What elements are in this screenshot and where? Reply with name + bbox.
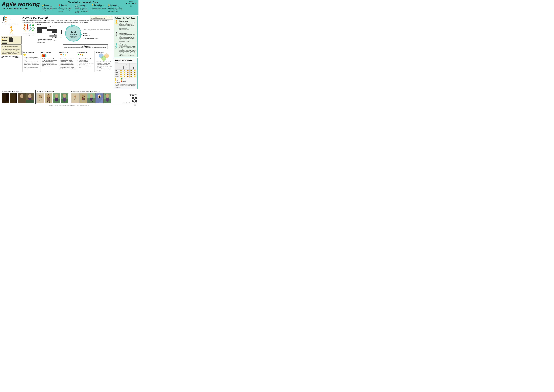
jennie-design: 😐 bbox=[119, 71, 123, 74]
finance-col-header: Finance bbox=[130, 63, 133, 70]
mia-design-icon: 😊 bbox=[120, 70, 122, 71]
svg-line-29 bbox=[26, 27, 28, 29]
svg-line-23 bbox=[23, 27, 25, 29]
doing-card-1 bbox=[47, 29, 52, 31]
skill-matrix-section: Constant learning in the team Design Cod… bbox=[114, 58, 138, 89]
bar3 bbox=[2, 43, 7, 44]
sprint-planning-label: Sprint planning bbox=[15, 56, 21, 58]
bottom-development-row: Incremental development bbox=[1, 90, 138, 104]
venn-label-feasible: Feasible bbox=[105, 54, 109, 55]
svg-point-65 bbox=[63, 54, 64, 55]
legend-beginner: Beginner bbox=[121, 81, 128, 82]
input-label: Input from users, team & other stakehold… bbox=[1, 23, 21, 26]
svg-line-25 bbox=[24, 29, 25, 31]
svg-point-118 bbox=[74, 95, 76, 98]
svg-point-39 bbox=[32, 24, 34, 26]
skill-header-row: Design Coding Social media Finance bbox=[115, 63, 137, 70]
how-started-body: Many teams and organisations start with … bbox=[22, 20, 113, 23]
svg-line-74 bbox=[115, 22, 116, 23]
value-openness-title: 👁️ Openness bbox=[75, 4, 90, 6]
svg-point-69 bbox=[78, 54, 79, 55]
svg-line-26 bbox=[25, 29, 26, 31]
sprint-planning-star: ⭐ bbox=[23, 53, 39, 56]
daily-meeting-note: ● Daily meeting, often called "Stand-up"… bbox=[83, 28, 113, 32]
bar1 bbox=[2, 41, 7, 41]
value-respect: 🤝 Respect The members in the Agile team … bbox=[108, 4, 124, 14]
legend-intermediate: Intermediate bbox=[121, 79, 128, 81]
guide-note: In the 16 page "Scrum Guide" you can fin… bbox=[90, 16, 113, 20]
star-icon: ⭐ bbox=[2, 38, 8, 40]
michael-social: 😐 bbox=[126, 76, 130, 77]
sm-info: Flow it! Scrum Master A coaching leader … bbox=[119, 32, 137, 42]
svg-text:1-4 weeks: 1-4 weeks bbox=[70, 33, 76, 35]
svg-point-15 bbox=[10, 26, 12, 28]
ok-icon: 😐 bbox=[115, 80, 116, 81]
svg-line-10 bbox=[5, 21, 6, 23]
mia-finance-icon: 😐 bbox=[130, 70, 132, 71]
task-3 bbox=[54, 35, 57, 36]
shared-values-heading: Shared values in an Agile Team bbox=[42, 1, 124, 3]
openness-desc: The Agile team and its stakeholders agre… bbox=[75, 6, 90, 14]
svg-line-88 bbox=[116, 47, 116, 49]
role-divider-2 bbox=[115, 42, 137, 43]
courage-desc: Agile team members have the courage to d… bbox=[59, 6, 74, 12]
mia-row: Mia 😊 😊 😊 😐 😞 bbox=[115, 70, 137, 71]
mathias-design: 😊 bbox=[119, 74, 123, 76]
svg-rect-91 bbox=[10, 93, 15, 103]
iterative-incremental-title: Iterative & incremental development bbox=[71, 91, 137, 93]
intermediate-label: Intermediate bbox=[123, 79, 128, 81]
svg-text:⭐: ⭐ bbox=[65, 54, 66, 56]
inc-img-2 bbox=[10, 93, 17, 103]
michael-legal: 😞 bbox=[133, 76, 137, 77]
ok-label: Ok bbox=[117, 80, 118, 81]
commitment-icon: 💡 bbox=[92, 4, 93, 6]
ref-bullet-3: What should we do next sprint to succeed… bbox=[97, 68, 112, 71]
svg-point-58 bbox=[42, 54, 43, 55]
iterative-title: Iterative development bbox=[36, 91, 69, 93]
love-icon: 😊 bbox=[115, 78, 116, 80]
legend-ok: 😐 Ok bbox=[115, 80, 120, 81]
center-column: How to get started In the 16 page "Scrum… bbox=[22, 16, 113, 89]
iterative-images bbox=[36, 93, 69, 103]
svg-line-42 bbox=[33, 27, 35, 29]
legend-love-it: 😊 Love it! bbox=[115, 78, 120, 80]
po-info: Slice it! Product Owner Responsible for … bbox=[119, 20, 137, 30]
ii-img-4 bbox=[95, 93, 103, 103]
svg-line-80 bbox=[115, 34, 116, 35]
retro-bullet-4: Who do I want to share appreciation for … bbox=[79, 63, 94, 65]
svg-line-89 bbox=[116, 47, 117, 49]
michael-row: Michael 😞 😊 😐 😊 😞 bbox=[115, 76, 137, 77]
retro-bullet-3: What still worries us? bbox=[79, 61, 94, 63]
story-card-3 bbox=[37, 31, 42, 33]
svg-line-2 bbox=[2, 19, 3, 20]
bottom-labels: Product backlog with a product goal Spri… bbox=[1, 56, 21, 58]
svg-text:💡: 💡 bbox=[81, 54, 83, 56]
iter-img-3 bbox=[53, 93, 60, 103]
ii-img-5 bbox=[104, 93, 111, 103]
svg-line-50 bbox=[62, 34, 62, 35]
svg-line-38 bbox=[30, 29, 31, 31]
svg-line-19 bbox=[10, 32, 11, 33]
svg-rect-63 bbox=[45, 55, 47, 57]
intermediate-dot bbox=[121, 79, 122, 81]
svg-line-86 bbox=[115, 46, 116, 47]
svg-line-11 bbox=[6, 21, 7, 23]
team-figure-svg bbox=[22, 24, 36, 33]
svg-point-27 bbox=[27, 24, 28, 26]
svg-line-41 bbox=[32, 27, 33, 29]
value-courage-title: ❤️ Courage bbox=[59, 4, 74, 6]
svg-point-33 bbox=[29, 24, 31, 26]
sprint-circle-container: Sprint 1-4 weeks The Agile rhythm (caden… bbox=[64, 24, 83, 43]
mathias-name: Mathias bbox=[115, 74, 119, 76]
value-courage: ❤️ Courage Agile team members have the c… bbox=[59, 4, 74, 14]
mathias-coding: 😐 bbox=[123, 74, 126, 76]
main-title: Agile working bbox=[2, 1, 40, 7]
michael-coding: 😊 bbox=[123, 76, 126, 77]
coding-header-text: Coding bbox=[123, 66, 124, 69]
svg-rect-98 bbox=[37, 93, 44, 103]
dm-bullet-3: Should I pair with someone? bbox=[42, 63, 57, 64]
todo-header: To do bbox=[42, 26, 47, 27]
finance-header-text: Finance bbox=[130, 66, 131, 69]
sprint-cycle-svg: Sprint 1-4 weeks The Agile rhythm (caden… bbox=[64, 24, 83, 43]
retrospective-item: ● Retrospective bbox=[83, 35, 113, 36]
